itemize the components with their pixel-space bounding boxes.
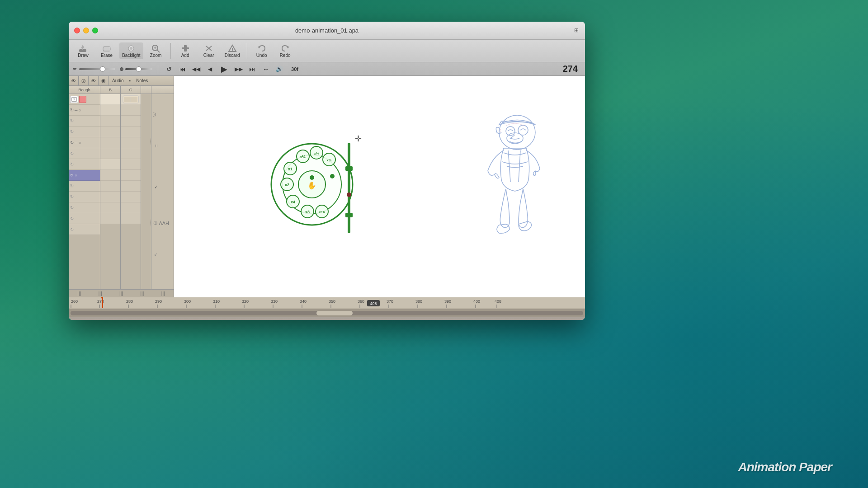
svg-rect-47 [345, 166, 353, 171]
pen-icon: ✒ [72, 66, 77, 72]
layer-row-8: ↻ [69, 181, 100, 192]
redo-icon [280, 44, 291, 53]
title-bar: demo-animation_01.apa ⊞ [69, 22, 585, 40]
svg-rect-23 [141, 94, 151, 289]
frame-cell-c-11 [121, 213, 141, 224]
frame-cell-b-4 [100, 127, 120, 137]
undo-button[interactable]: Undo [251, 42, 273, 59]
svg-text:x¼: x¼ [326, 158, 331, 162]
svg-text:290: 290 [155, 299, 162, 304]
svg-text:400: 400 [473, 299, 480, 304]
traffic-lights [74, 28, 98, 33]
eye-icon-2[interactable]: ◎ [79, 76, 89, 86]
layers-column: Rough S ↻ ─ ○ ↻ [69, 86, 100, 289]
svg-marker-1 [81, 45, 85, 48]
clear-button[interactable]: Clear [198, 42, 220, 59]
frame-cell-b-9 [100, 192, 120, 202]
audio-toggle[interactable]: 🔊 [274, 64, 285, 74]
bounce-button[interactable]: ↔ [260, 64, 271, 74]
eye-icon-3[interactable]: 👁 [89, 76, 99, 86]
discard-button[interactable]: Discard [222, 42, 243, 59]
layer-row-2: ↻ ─ ○ [69, 105, 100, 116]
minimize-button[interactable] [83, 28, 89, 33]
notes-tab[interactable]: Notes [134, 78, 150, 83]
svg-point-27 [310, 175, 314, 180]
panel-columns: Rough S ↻ ─ ○ ↻ [69, 86, 174, 289]
layer-row-selected[interactable]: ↻ ○ [69, 170, 100, 181]
audio-col-header [141, 86, 151, 94]
column-b: B [100, 86, 121, 289]
add-button[interactable]: Add [175, 42, 196, 59]
svg-text:340: 340 [300, 299, 307, 304]
opacity-thumb[interactable] [136, 66, 142, 72]
close-button[interactable] [74, 28, 80, 33]
layer-icon-4: ↻ [70, 129, 74, 134]
frame-cell-c-1 [121, 94, 141, 105]
prev-keyframe-button[interactable]: ◀◀ [191, 64, 202, 74]
step-back-button[interactable]: ◀ [204, 64, 215, 74]
opacity-dot [120, 67, 123, 71]
skip-to-start-button[interactable]: ⏮ [177, 64, 188, 74]
skip-to-end-button[interactable]: ⏭ [247, 64, 258, 74]
audio-tab[interactable]: Audio [110, 78, 126, 83]
timeline-scroll [69, 309, 585, 317]
bar-icon-4: ||| [140, 291, 144, 296]
layer-row-9: ↻ [69, 192, 100, 202]
maximize-button[interactable] [92, 28, 98, 33]
svg-line-8 [157, 50, 160, 52]
bar-icon-2: ||| [99, 291, 102, 296]
svg-text:✋: ✋ [307, 181, 316, 190]
backlight-button[interactable]: Backlight [119, 42, 143, 59]
svg-point-48 [347, 192, 351, 197]
frame-cell-b-8 [100, 181, 120, 192]
svg-text:320: 320 [242, 299, 249, 304]
eye-icon-1[interactable]: 👁 [69, 76, 79, 86]
svg-text:x1: x1 [288, 167, 292, 171]
layer-row-10: ↻ [69, 202, 100, 213]
zoom-label: Zoom [150, 53, 162, 58]
frame-cell-b-2 [100, 105, 120, 116]
panel-icon-4[interactable]: ◉ [99, 76, 108, 86]
add-label: Add [181, 53, 189, 58]
zoom-button[interactable]: Zoom [145, 42, 167, 59]
loop-button[interactable]: ↺ [164, 64, 175, 74]
layer-icon-5: ↻ [70, 140, 74, 145]
svg-rect-54 [69, 297, 585, 308]
play-button[interactable]: ▶ [218, 64, 231, 74]
frame-counter: 274 [563, 64, 581, 74]
layer-row-5: ↻ ─ ○ [69, 137, 100, 148]
frame-cell-b-5 [100, 137, 120, 148]
svg-text:370: 370 [387, 299, 393, 304]
col-b-label: B [109, 88, 112, 92]
phoneme-2: !! [155, 144, 158, 149]
layer-row-12: ↻ [69, 224, 100, 235]
svg-rect-87 [102, 297, 103, 308]
svg-text:x⅔: x⅔ [300, 155, 306, 159]
phoneme-3: ↙ [154, 184, 158, 189]
svg-point-53 [507, 133, 523, 144]
vertical-slider[interactable] [345, 143, 353, 233]
col-c-label: C [129, 88, 132, 92]
fullscreen-button[interactable]: ⊞ [571, 25, 581, 35]
draw-button[interactable]: Draw [72, 42, 94, 59]
character-sketch [470, 108, 560, 252]
erase-button[interactable]: Erase [96, 42, 118, 59]
layer-row-7: ↻ [69, 159, 100, 170]
frame-cell-c-7 [121, 159, 141, 170]
scroll-thumb[interactable] [316, 311, 353, 315]
svg-text:x4: x4 [291, 200, 295, 204]
frame-cell-c-8 [121, 181, 141, 192]
layer-icon-11: ↻ [70, 216, 74, 221]
redo-button[interactable]: Redo [274, 42, 296, 59]
frame-cell-c-selected [121, 170, 141, 181]
brush-size-thumb[interactable] [100, 66, 105, 72]
canvas-area[interactable]: ✋ x¼ x½ x⅔ x1 x2 [174, 76, 585, 297]
window-title: demo-animation_01.apa [295, 27, 359, 34]
svg-text:380: 380 [415, 299, 422, 304]
frame-cell-c-2 [121, 105, 141, 116]
phoneme-header [151, 86, 174, 94]
fps-display[interactable]: 30f [288, 64, 302, 74]
step-fwd-button[interactable]: ▶▶ [233, 64, 244, 74]
frame-cell-b-selected [100, 170, 120, 181]
redo-label: Redo [280, 53, 291, 58]
